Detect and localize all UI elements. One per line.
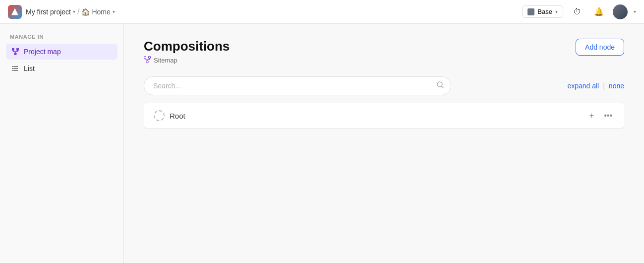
root-node-label: Root bbox=[170, 112, 185, 120]
svg-line-21 bbox=[442, 86, 443, 88]
project-map-label: Project map bbox=[24, 48, 61, 56]
project-chevron-icon: ▾ bbox=[73, 9, 75, 14]
user-menu-chevron-icon[interactable]: ▾ bbox=[634, 9, 636, 14]
none-link[interactable]: none bbox=[609, 82, 624, 90]
search-icon bbox=[436, 81, 444, 91]
search-container bbox=[144, 76, 451, 95]
nav-left: My first project ▾ / 🏠 Home ▾ bbox=[8, 5, 115, 19]
add-node-button[interactable]: Add node bbox=[576, 39, 624, 56]
breadcrumb: My first project ▾ / 🏠 Home ▾ bbox=[26, 7, 115, 16]
sitemap-label: Sitemap bbox=[154, 57, 177, 64]
list-label: List bbox=[24, 65, 35, 72]
main-content: Compositions Sitemap bbox=[124, 24, 644, 263]
svg-rect-13 bbox=[144, 57, 146, 59]
svg-rect-2 bbox=[14, 53, 17, 55]
search-expand-row: expand all | none bbox=[144, 76, 624, 95]
home-label: Home bbox=[92, 8, 110, 16]
main-layout: Manage in Project map bbox=[0, 24, 644, 263]
sidebar-section-label: Manage in bbox=[6, 34, 117, 40]
app-logo[interactable] bbox=[8, 5, 22, 19]
base-label: Base bbox=[537, 8, 552, 15]
expand-separator: | bbox=[603, 82, 605, 90]
home-icon: 🏠 bbox=[81, 8, 90, 16]
sidebar: Manage in Project map bbox=[0, 24, 124, 263]
list-icon bbox=[11, 64, 20, 73]
sidebar-item-list[interactable]: List bbox=[6, 61, 117, 76]
search-input[interactable] bbox=[144, 76, 451, 95]
page-title-area: Compositions Sitemap bbox=[144, 39, 230, 65]
notification-button[interactable]: 🔔 bbox=[591, 4, 607, 20]
svg-rect-1 bbox=[16, 48, 19, 51]
expand-actions: expand all | none bbox=[567, 82, 624, 90]
page-title: Compositions bbox=[144, 39, 230, 54]
svg-point-10 bbox=[12, 66, 13, 67]
svg-point-11 bbox=[12, 68, 13, 69]
avatar[interactable] bbox=[613, 4, 628, 19]
svg-rect-15 bbox=[146, 61, 148, 63]
base-selector[interactable]: Base ▾ bbox=[522, 5, 563, 18]
tree-row-root: Root + ••• bbox=[144, 103, 624, 129]
add-child-button[interactable]: + bbox=[587, 110, 596, 121]
base-icon bbox=[527, 8, 534, 15]
svg-rect-14 bbox=[149, 57, 151, 59]
top-nav: My first project ▾ / 🏠 Home ▾ Base ▾ ⏱ 🔔… bbox=[0, 0, 644, 24]
sidebar-item-project-map[interactable]: Project map bbox=[6, 44, 117, 60]
svg-point-12 bbox=[12, 70, 13, 71]
more-options-button[interactable]: ••• bbox=[602, 110, 614, 121]
project-name-label: My first project bbox=[26, 8, 71, 16]
nav-right: Base ▾ ⏱ 🔔 ▾ bbox=[522, 4, 636, 20]
expand-all-link[interactable]: expand all bbox=[567, 82, 599, 90]
project-map-icon bbox=[11, 47, 20, 56]
app-logo-icon bbox=[11, 8, 18, 15]
page-header: Compositions Sitemap bbox=[144, 39, 624, 65]
page-sub-breadcrumb: Sitemap bbox=[144, 56, 230, 65]
project-selector[interactable]: My first project ▾ bbox=[26, 8, 75, 16]
tree-row-actions: + ••• bbox=[587, 110, 614, 121]
tree-row-left: Root bbox=[154, 110, 185, 121]
history-button[interactable]: ⏱ bbox=[569, 4, 585, 20]
base-chevron-icon: ▾ bbox=[555, 9, 558, 14]
avatar-image bbox=[613, 4, 628, 19]
breadcrumb-separator: / bbox=[77, 7, 79, 16]
home-selector[interactable]: 🏠 Home ▾ bbox=[81, 8, 115, 16]
home-chevron-icon: ▾ bbox=[113, 9, 115, 14]
node-circle-icon bbox=[154, 110, 165, 121]
sitemap-icon bbox=[144, 56, 151, 65]
svg-rect-0 bbox=[12, 48, 14, 51]
tree-empty-area bbox=[144, 129, 624, 218]
tree-container: Root + ••• bbox=[144, 103, 624, 218]
